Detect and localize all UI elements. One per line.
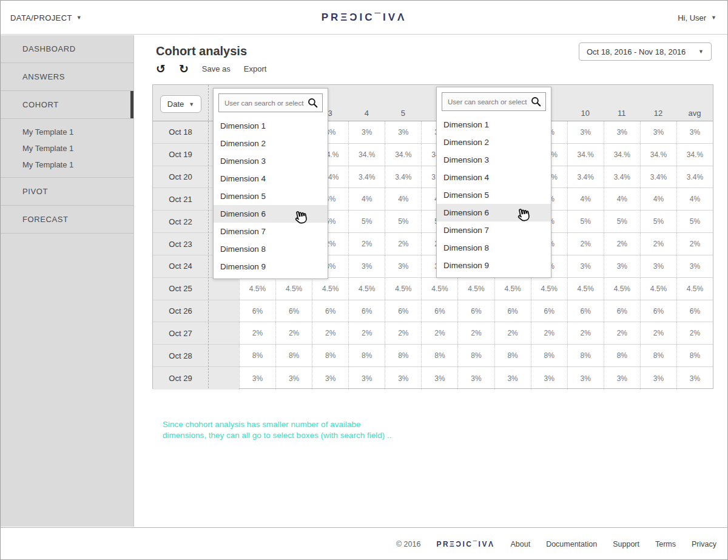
sidebar-item-label: My Template 1 <box>22 160 73 169</box>
table-row: Oct 272%2%2%2%2%2%2%2%2%2%2%2%2% <box>153 322 713 345</box>
footer-link-privacy[interactable]: Privacy <box>692 540 716 548</box>
table-cell: 3% <box>676 121 713 143</box>
table-cell: 6% <box>676 300 713 322</box>
sidebar-item-forecast[interactable]: FORECAST <box>1 206 133 234</box>
dropdown-option-dimension-6[interactable]: Dimension 6 <box>214 205 328 223</box>
footer-link-documentation[interactable]: Documentation <box>546 540 597 548</box>
table-cell: 6% <box>421 300 457 322</box>
dropdown-option-dimension-9[interactable]: Dimension 9 <box>437 257 551 274</box>
table-cell: 8% <box>239 345 275 366</box>
dropdown-option-dimension-7[interactable]: Dimension 7 <box>214 223 328 240</box>
chevron-down-icon: ▼ <box>711 15 716 21</box>
table-cell: 2% <box>640 233 676 255</box>
table-cell: 34.% <box>640 144 676 166</box>
table-cell: 2% <box>385 322 421 344</box>
brand-logo: PRΞƆIC¯IVΛ <box>1 1 727 35</box>
dropdown-option-dimension-4[interactable]: Dimension 4 <box>437 169 551 186</box>
save-as-button[interactable]: Save as <box>202 64 231 73</box>
sidebar-item-answers[interactable]: ANSWERS <box>1 63 133 91</box>
table-cell: 4.5% <box>567 278 604 300</box>
search-icon <box>530 96 542 107</box>
user-menu-label: Hi, User <box>678 13 706 22</box>
table-cell: 3.4% <box>348 166 385 188</box>
table-cell: 5% <box>348 211 385 232</box>
footer-link-support[interactable]: Support <box>613 540 639 548</box>
dropdown-option-dimension-8[interactable]: Dimension 8 <box>214 240 328 258</box>
table-cell: 3% <box>348 255 385 277</box>
dimension-search-input[interactable] <box>448 98 530 106</box>
table-cell: 3.4% <box>640 166 676 188</box>
table-cell: 2% <box>239 322 275 344</box>
dropdown-option-dimension-1[interactable]: Dimension 1 <box>214 117 328 135</box>
table-cell: 2% <box>567 233 604 255</box>
sidebar-item-dashboard[interactable]: DASHBOARD <box>1 35 133 63</box>
table-cell: 4.5% <box>421 278 457 300</box>
sidebar-item-label: ANSWERS <box>22 72 65 81</box>
column-header-10: 10 <box>567 85 604 121</box>
sidebar-item-label: FORECAST <box>22 215 69 224</box>
row-date-spacer <box>208 300 239 322</box>
table-cell: 3% <box>567 255 604 277</box>
column-header-12: 12 <box>640 85 676 121</box>
dropdown-option-dimension-8[interactable]: Dimension 8 <box>437 239 551 257</box>
redo-icon[interactable]: ↻ <box>179 63 189 75</box>
table-cell: 4.5% <box>275 278 312 300</box>
table-cell: 4.5% <box>494 278 531 300</box>
row-date-label: Oct 18 <box>153 121 208 143</box>
date-column-dropdown[interactable]: Date ▼ <box>160 95 201 113</box>
table-cell: 2% <box>676 322 713 344</box>
row-date-spacer <box>208 322 239 344</box>
date-range-selector[interactable]: Oct 18, 2016 - Nov 18, 2016 ▼ <box>579 42 712 61</box>
user-menu[interactable]: Hi, User ▼ <box>678 1 716 35</box>
table-cell: 8% <box>421 345 457 366</box>
dropdown-option-dimension-5[interactable]: Dimension 5 <box>214 187 328 205</box>
table-cell: 8% <box>494 345 531 366</box>
dropdown-option-dimension-2[interactable]: Dimension 2 <box>437 133 551 151</box>
table-cell: 2% <box>676 233 713 255</box>
table-cell: 8% <box>531 345 567 366</box>
chevron-down-icon: ▼ <box>189 101 194 107</box>
table-cell: 2% <box>457 322 494 344</box>
sidebar-item-pivot[interactable]: PIVOT <box>1 178 133 206</box>
footer-link-about[interactable]: About <box>510 540 530 548</box>
table-cell: 3% <box>348 121 385 143</box>
dropdown-option-dimension-4[interactable]: Dimension 4 <box>214 170 328 187</box>
table-cell: 3% <box>494 367 531 390</box>
table-cell: 2% <box>604 322 640 344</box>
table-cell: 4.5% <box>348 278 385 300</box>
table-cell: 4.5% <box>312 278 348 300</box>
sidebar-item-my-template-1[interactable]: My Template 1 <box>1 140 133 157</box>
table-cell: 6% <box>457 300 494 322</box>
footer-link-terms[interactable]: Terms <box>655 540 676 548</box>
sidebar-item-cohort[interactable]: COHORT <box>1 91 133 119</box>
dropdown-option-dimension-7[interactable]: Dimension 7 <box>437 221 551 239</box>
table-cell: 4% <box>567 188 604 210</box>
table-cell: 3% <box>567 121 604 143</box>
sidebar-item-my-template-1[interactable]: My Template 1 <box>1 157 133 178</box>
dropdown-option-dimension-1[interactable]: Dimension 1 <box>437 116 551 133</box>
dropdown-option-dimension-6[interactable]: Dimension 6 <box>437 204 551 221</box>
table-cell: 6% <box>385 300 421 322</box>
sidebar-item-my-template-1[interactable]: My Template 1 <box>1 119 133 140</box>
app-window: DATA/PROJECT ▼ PRΞƆIC¯IVΛ Hi, User ▼ DAS… <box>0 0 728 560</box>
table-cell: 3% <box>385 121 421 143</box>
dropdown-option-dimension-3[interactable]: Dimension 3 <box>214 152 328 170</box>
table-row: Oct 254.5%4.5%4.5%4.5%4.5%4.5%4.5%4.5%4.… <box>153 278 713 300</box>
table-cell: 6% <box>640 300 676 322</box>
table-cell: 6% <box>348 300 385 322</box>
table-cell: 3.4% <box>604 166 640 188</box>
table-cell: 5% <box>567 211 604 232</box>
table-cell: 3.4% <box>567 166 604 188</box>
table-cell: 8% <box>676 345 713 366</box>
table-cell: 4.5% <box>640 278 676 300</box>
table-cell: 2% <box>531 322 567 344</box>
row-date-spacer <box>208 367 239 390</box>
dropdown-option-dimension-9[interactable]: Dimension 9 <box>214 258 328 275</box>
undo-icon[interactable]: ↺ <box>156 63 166 75</box>
dimension-search-input[interactable] <box>224 100 307 107</box>
table-cell: 4.5% <box>531 278 567 300</box>
dropdown-option-dimension-3[interactable]: Dimension 3 <box>437 151 551 169</box>
export-button[interactable]: Export <box>244 64 267 73</box>
dropdown-option-dimension-5[interactable]: Dimension 5 <box>437 186 551 204</box>
dropdown-option-dimension-2[interactable]: Dimension 2 <box>214 135 328 152</box>
